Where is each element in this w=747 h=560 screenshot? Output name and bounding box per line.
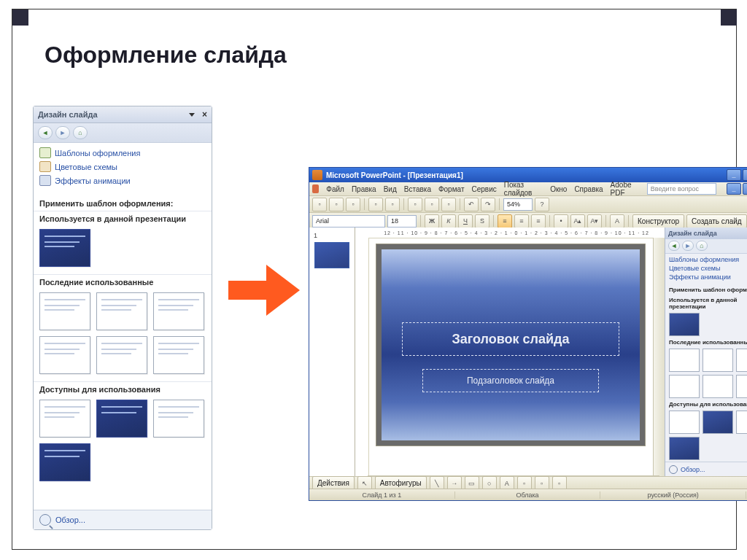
template-thumb[interactable] [96, 336, 147, 374]
office-icon[interactable] [312, 184, 319, 193]
template-thumb[interactable] [736, 375, 747, 398]
slide-canvas[interactable]: Заголовок слайда Подзаголовок слайда [376, 244, 646, 446]
menu-format[interactable]: Формат [438, 185, 465, 193]
new-slide-button[interactable]: Создать слайд [686, 214, 747, 228]
pane-header[interactable]: Дизайн слайда × [34, 106, 212, 123]
new-button[interactable]: ▫ [312, 198, 327, 211]
bold-button[interactable]: Ж [425, 214, 439, 228]
copy-button[interactable]: ▫ [425, 198, 439, 211]
menu-edit[interactable]: Правка [352, 185, 376, 193]
template-thumb[interactable] [153, 336, 204, 374]
template-thumb[interactable] [669, 411, 700, 434]
titlebar[interactable]: Microsoft PowerPoint - [Презентация1] _ … [309, 168, 747, 182]
italic-button[interactable]: К [441, 214, 456, 228]
preview-button[interactable]: ▫ [385, 198, 400, 211]
slide-thumbnails-panel: 1 [309, 228, 355, 477]
title-placeholder[interactable]: Заголовок слайда [402, 322, 619, 356]
home-icon[interactable]: ⌂ [696, 241, 708, 251]
link-templates[interactable]: Шаблоны оформления [669, 256, 747, 263]
fontsize-select[interactable]: 18 [387, 215, 417, 228]
undo-button[interactable]: ↶ [464, 198, 479, 211]
template-thumb[interactable] [153, 292, 204, 330]
status-slide: Слайд 1 из 1 [309, 491, 455, 499]
close-icon[interactable]: × [202, 109, 207, 120]
help-question-box[interactable]: Введите вопрос [647, 183, 716, 195]
thumbs-recent [34, 289, 212, 381]
rtask-browse[interactable]: Обзор... [665, 462, 747, 477]
font-color-button[interactable]: A [610, 214, 624, 228]
zoom-select[interactable]: 54% [503, 198, 533, 211]
template-thumb[interactable] [703, 349, 733, 372]
template-thumb[interactable] [96, 400, 147, 438]
menu-slideshow[interactable]: Показ слайдов [504, 181, 543, 197]
rtask-section-recent: Последние использованные [665, 338, 747, 347]
menu-file[interactable]: Файл [326, 185, 344, 193]
slide-thumbnail[interactable] [314, 242, 349, 268]
menu-view[interactable]: Вид [384, 185, 397, 193]
menu-insert[interactable]: Вставка [404, 185, 431, 193]
bullets-button[interactable]: • [554, 214, 568, 228]
rtask-section-available: Доступны для использования [665, 400, 747, 409]
link-color-schemes[interactable]: Цветовые схемы [39, 161, 206, 172]
cut-button[interactable]: ▫ [408, 198, 422, 211]
align-center-button[interactable]: ≡ [514, 214, 529, 228]
section-used: Используется в данной презентации [34, 211, 212, 226]
template-thumb[interactable] [669, 375, 700, 398]
maximize-button[interactable]: □ [743, 169, 747, 181]
template-thumb[interactable] [153, 400, 204, 438]
link-templates[interactable]: Шаблоны оформления [39, 147, 206, 158]
template-thumb[interactable] [736, 411, 747, 434]
browse-link[interactable]: Обзор... [34, 510, 212, 529]
forward-icon[interactable]: ► [55, 126, 70, 139]
redo-button[interactable]: ↷ [481, 198, 495, 211]
doc-restore-button[interactable]: □ [743, 183, 747, 195]
increase-font-button[interactable]: A▴ [570, 214, 585, 228]
decrease-font-button[interactable]: A▾ [587, 214, 602, 228]
menu-tools[interactable]: Сервис [471, 185, 496, 193]
section-recent: Последние использованные [34, 274, 212, 289]
template-thumb[interactable] [669, 313, 700, 336]
link-animation[interactable]: Эффекты анимации [669, 273, 747, 281]
template-thumb[interactable] [39, 336, 90, 374]
search-icon [39, 514, 51, 526]
template-thumb[interactable] [39, 229, 90, 267]
help-button[interactable]: ? [535, 198, 549, 211]
print-button[interactable]: ▫ [368, 198, 383, 211]
align-left-button[interactable]: ≡ [498, 214, 512, 228]
section-available: Доступны для использования [34, 381, 212, 397]
minimize-button[interactable]: _ [727, 169, 741, 181]
link-color-schemes[interactable]: Цветовые схемы [669, 265, 747, 272]
subtitle-placeholder[interactable]: Подзаголовок слайда [422, 369, 599, 392]
template-thumb[interactable] [96, 292, 147, 330]
back-icon[interactable]: ◄ [668, 241, 680, 251]
doc-minimize-button[interactable]: _ [727, 183, 741, 195]
menu-help[interactable]: Справка [574, 185, 603, 193]
vertical-ruler [355, 238, 369, 477]
designer-button[interactable]: Конструктор [632, 214, 684, 228]
template-thumb[interactable] [703, 375, 733, 398]
open-button[interactable]: ▫ [329, 198, 344, 211]
shadow-button[interactable]: S [475, 214, 489, 228]
template-thumb[interactable] [39, 292, 90, 330]
template-thumb[interactable] [703, 411, 733, 434]
rtask-header[interactable]: Дизайн слайда▾ × [665, 228, 747, 239]
vertical-scrollbar[interactable] [653, 238, 665, 477]
forward-icon[interactable]: ► [682, 241, 694, 251]
menu-adobepdf[interactable]: Adobe PDF [611, 181, 640, 197]
dropdown-icon[interactable] [189, 113, 195, 117]
link-animation[interactable]: Эффекты анимации [39, 175, 206, 186]
align-right-button[interactable]: ≡ [531, 214, 546, 228]
right-task-pane: Дизайн слайда▾ × ◄ ► ⌂ Шаблоны оформлени… [665, 228, 747, 477]
menu-window[interactable]: Окно [550, 185, 567, 193]
template-thumb[interactable] [736, 349, 747, 372]
template-thumb[interactable] [669, 349, 700, 372]
font-select[interactable]: Arial [312, 215, 385, 228]
save-button[interactable]: ▫ [346, 198, 360, 211]
paste-button[interactable]: ▫ [441, 198, 456, 211]
home-icon[interactable]: ⌂ [73, 126, 88, 139]
back-icon[interactable]: ◄ [38, 126, 53, 139]
template-thumb[interactable] [669, 437, 700, 460]
template-thumb[interactable] [39, 443, 90, 481]
underline-button[interactable]: Ч [458, 214, 473, 228]
template-thumb[interactable] [39, 400, 90, 438]
